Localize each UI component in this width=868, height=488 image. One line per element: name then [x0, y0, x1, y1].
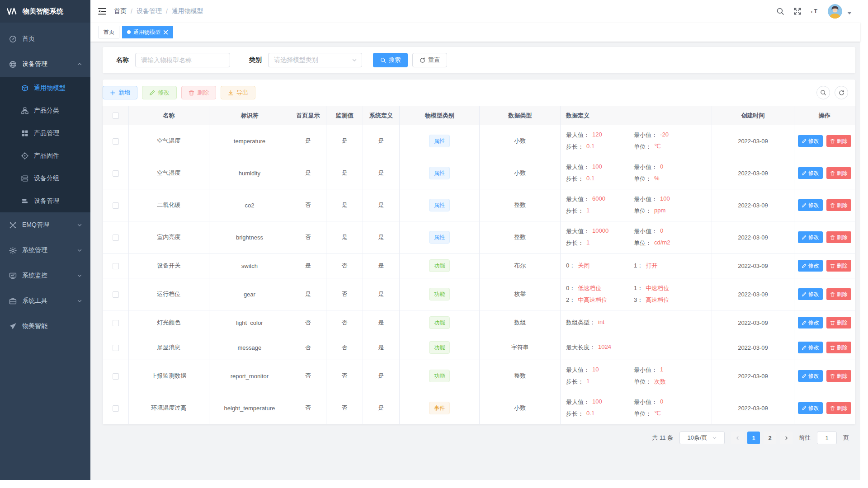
search-button[interactable]: 搜索 — [373, 53, 408, 67]
page-size-select[interactable]: 10条/页 — [679, 432, 725, 444]
sidebar-item-product-management[interactable]: 产品管理 — [0, 122, 90, 145]
definition-item: 3：高速档位 — [634, 296, 708, 304]
sidebar-item-product-firmware[interactable]: 产品固件 — [0, 145, 90, 167]
sidebar-item-wumei-smart[interactable]: 物美智能 — [0, 314, 90, 339]
caret-down-icon[interactable] — [847, 10, 852, 16]
row-delete-button[interactable]: 删除 — [826, 342, 851, 353]
column-header: 首页显示 — [290, 106, 326, 125]
row-checkbox[interactable] — [113, 345, 119, 351]
row-checkbox[interactable] — [113, 170, 119, 177]
row-edit-button[interactable]: 修改 — [798, 288, 823, 300]
firmware-icon — [21, 152, 28, 160]
sidebar-item-device-list[interactable]: 设备管理 — [0, 190, 90, 212]
tags-view: 首页通用物模型 — [90, 23, 860, 42]
reset-button[interactable]: 重置 — [412, 53, 447, 67]
row-edit-button[interactable]: 修改 — [798, 342, 823, 353]
row-delete-button[interactable]: 删除 — [826, 317, 851, 328]
app-title: 物美智能系统 — [23, 7, 63, 16]
trash-icon — [830, 203, 835, 208]
sidebar-item-system-monitor[interactable]: 系统监控 — [0, 263, 90, 288]
add-button[interactable]: 新增 — [103, 86, 137, 99]
row-actions: 修改删除 — [794, 189, 855, 221]
row-definition: 最大值：10最小值：1步长：1单位：次数 — [561, 360, 712, 392]
row-created: 2022-03-09 — [712, 392, 794, 424]
app-logo[interactable]: 物美智能系统 — [0, 0, 90, 23]
page-button-2[interactable]: 2 — [764, 432, 776, 444]
row-checkbox[interactable] — [113, 263, 119, 269]
row-edit-button[interactable]: 修改 — [798, 317, 823, 328]
tab-首页[interactable]: 首页 — [99, 26, 119, 38]
row-checkbox[interactable] — [113, 373, 119, 380]
row-edit-button[interactable]: 修改 — [798, 199, 823, 211]
row-delete-button[interactable]: 删除 — [826, 402, 851, 414]
name-filter-input[interactable] — [135, 53, 230, 67]
refresh-table-button[interactable] — [835, 86, 848, 99]
category-tag: 功能 — [429, 288, 450, 300]
avatar[interactable] — [828, 4, 842, 19]
row-edit-button[interactable]: 修改 — [798, 167, 823, 179]
row-edit-button[interactable]: 修改 — [798, 402, 823, 414]
sidebar-item-home[interactable]: 首页 — [0, 26, 90, 52]
horizontal-scrollbar[interactable] — [0, 480, 868, 488]
sidebar-item-label: 产品固件 — [34, 152, 82, 160]
row-delete-button[interactable]: 删除 — [826, 260, 851, 272]
row-select-cell — [103, 278, 129, 310]
row-actions: 修改删除 — [794, 278, 855, 310]
sidebar-item-device-management[interactable]: 设备管理 — [0, 52, 90, 77]
search-icon[interactable] — [776, 7, 784, 15]
sidebar-item-product-category[interactable]: 产品分类 — [0, 99, 90, 122]
font-size-icon[interactable]: TT — [811, 7, 819, 15]
row-checkbox[interactable] — [113, 291, 119, 298]
sidebar-item-system-tools[interactable]: 系统工具 — [0, 288, 90, 314]
menu-fold-icon[interactable] — [98, 7, 107, 16]
vertical-scrollbar[interactable] — [860, 0, 868, 480]
row-delete-button[interactable]: 删除 — [826, 370, 851, 382]
tab-通用物模型[interactable]: 通用物模型 — [122, 26, 173, 38]
trash-icon — [830, 171, 835, 176]
definition-item: 最小值：0 — [634, 227, 708, 235]
prev-page-button[interactable] — [731, 432, 744, 444]
close-icon[interactable] — [163, 30, 168, 35]
page-button-1[interactable]: 1 — [747, 432, 760, 444]
chevron-right-icon — [784, 436, 789, 441]
sidebar-item-thing-model[interactable]: 通用物模型 — [0, 77, 90, 99]
breadcrumb-item[interactable]: 设备管理 — [137, 7, 162, 15]
trash-icon — [830, 263, 835, 268]
row-checkbox[interactable] — [113, 235, 119, 241]
row-checkbox[interactable] — [113, 320, 119, 326]
row-system-defined: 是 — [363, 189, 400, 221]
row-delete-button[interactable]: 删除 — [826, 231, 851, 243]
column-header: 操作 — [794, 106, 855, 125]
select-all-checkbox[interactable] — [113, 113, 119, 119]
fullscreen-icon[interactable] — [793, 7, 802, 15]
row-delete-button[interactable]: 删除 — [826, 167, 851, 179]
row-created: 2022-03-09 — [712, 157, 794, 189]
row-checkbox[interactable] — [113, 202, 119, 209]
row-edit-button[interactable]: 修改 — [798, 260, 823, 272]
breadcrumb-separator: / — [131, 8, 132, 15]
row-category: 属性 — [399, 189, 480, 221]
edit-button[interactable]: 修改 — [142, 86, 177, 99]
column-header: 监测值 — [326, 106, 363, 125]
delete-button[interactable]: 删除 — [181, 86, 216, 99]
row-checkbox[interactable] — [113, 405, 119, 412]
row-system-defined: 是 — [363, 392, 400, 424]
toggle-search-button[interactable] — [816, 86, 830, 99]
row-edit-button[interactable]: 修改 — [798, 231, 823, 243]
row-edit-button[interactable]: 修改 — [798, 370, 823, 382]
sidebar-item-emq-management[interactable]: EMQ管理 — [0, 212, 90, 238]
row-delete-button[interactable]: 删除 — [826, 135, 851, 147]
row-delete-button[interactable]: 删除 — [826, 288, 851, 300]
row-actions: 修改删除 — [794, 392, 855, 424]
definition-item: 单位：ppm — [634, 207, 708, 215]
export-button[interactable]: 导出 — [221, 86, 255, 99]
row-edit-button[interactable]: 修改 — [798, 135, 823, 147]
sidebar-item-system-management[interactable]: 系统管理 — [0, 238, 90, 263]
breadcrumb-item[interactable]: 首页 — [114, 7, 127, 15]
next-page-button[interactable] — [780, 432, 793, 444]
goto-page-input[interactable] — [817, 432, 837, 444]
row-checkbox[interactable] — [113, 138, 119, 145]
row-delete-button[interactable]: 删除 — [826, 199, 851, 211]
sidebar-item-device-group[interactable]: 设备分组 — [0, 167, 90, 190]
category-filter-select[interactable]: 请选择模型类别 — [268, 53, 362, 67]
